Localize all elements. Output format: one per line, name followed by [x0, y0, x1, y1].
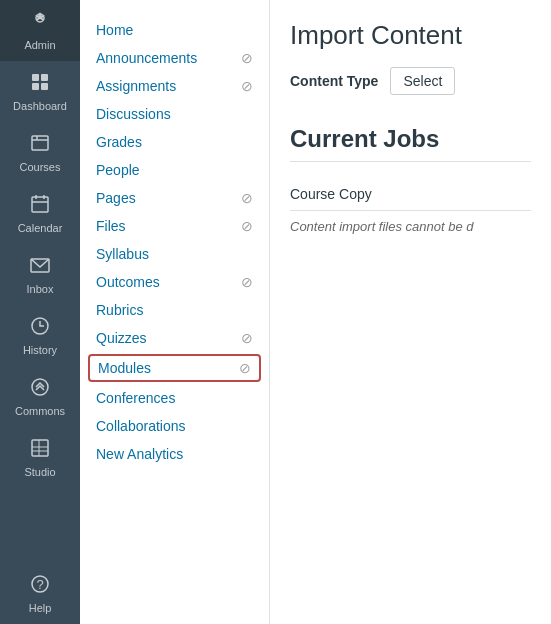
syllabus-link[interactable]: Syllabus — [96, 246, 149, 262]
dashboard-icon — [29, 71, 51, 96]
sidebar-menu: Home Announcements ⊘ Assignments ⊘ Discu… — [80, 0, 270, 624]
commons-icon — [29, 376, 51, 401]
conferences-link[interactable]: Conferences — [96, 390, 175, 406]
sidebar-item-quizzes[interactable]: Quizzes ⊘ — [80, 324, 269, 352]
studio-icon — [29, 437, 51, 462]
announcements-visibility-icon: ⊘ — [241, 50, 253, 66]
studio-label: Studio — [24, 466, 55, 478]
admin-icon — [29, 10, 51, 35]
sidebar-item-assignments[interactable]: Assignments ⊘ — [80, 72, 269, 100]
admin-label: Admin — [24, 39, 55, 51]
files-link[interactable]: Files — [96, 218, 126, 234]
svg-rect-3 — [32, 83, 39, 90]
sidebar-item-collaborations[interactable]: Collaborations — [80, 412, 269, 440]
home-link[interactable]: Home — [96, 22, 133, 38]
inbox-label: Inbox — [27, 283, 54, 295]
inbox-icon — [29, 254, 51, 279]
nav-item-help[interactable]: ? Help — [0, 563, 80, 624]
outcomes-visibility-icon: ⊘ — [241, 274, 253, 290]
nav-item-commons[interactable]: Commons — [0, 366, 80, 427]
assignments-link[interactable]: Assignments — [96, 78, 176, 94]
help-label: Help — [29, 602, 52, 614]
help-icon: ? — [29, 573, 51, 598]
sidebar-item-announcements[interactable]: Announcements ⊘ — [80, 44, 269, 72]
svg-rect-2 — [41, 74, 48, 81]
modules-link[interactable]: Modules — [98, 360, 151, 376]
outcomes-link[interactable]: Outcomes — [96, 274, 160, 290]
files-visibility-icon: ⊘ — [241, 218, 253, 234]
courses-icon — [29, 132, 51, 157]
current-jobs-title: Current Jobs — [290, 125, 531, 162]
history-icon — [29, 315, 51, 340]
sidebar-item-rubrics[interactable]: Rubrics — [80, 296, 269, 324]
pages-visibility-icon: ⊘ — [241, 190, 253, 206]
select-button[interactable]: Select — [390, 67, 455, 95]
job-row-label: Course Copy — [290, 186, 372, 202]
calendar-icon — [29, 193, 51, 218]
announcements-link[interactable]: Announcements — [96, 50, 197, 66]
sidebar-item-people[interactable]: People — [80, 156, 269, 184]
svg-rect-8 — [32, 197, 48, 212]
pages-link[interactable]: Pages — [96, 190, 136, 206]
history-label: History — [23, 344, 57, 356]
svg-rect-4 — [41, 83, 48, 90]
people-link[interactable]: People — [96, 162, 140, 178]
sidebar-item-files[interactable]: Files ⊘ — [80, 212, 269, 240]
content-type-row: Content Type Select — [290, 67, 531, 95]
job-row-course-copy: Course Copy — [290, 178, 531, 211]
svg-text:?: ? — [36, 577, 43, 592]
nav-item-studio[interactable]: Studio — [0, 427, 80, 488]
sidebar-item-syllabus[interactable]: Syllabus — [80, 240, 269, 268]
main-content: Import Content Content Type Select Curre… — [270, 0, 551, 624]
sidebar-item-conferences[interactable]: Conferences — [80, 384, 269, 412]
svg-rect-1 — [32, 74, 39, 81]
modules-visibility-icon: ⊘ — [239, 360, 251, 376]
courses-label: Courses — [20, 161, 61, 173]
sidebar-item-grades[interactable]: Grades — [80, 128, 269, 156]
sidebar-item-pages[interactable]: Pages ⊘ — [80, 184, 269, 212]
commons-label: Commons — [15, 405, 65, 417]
nav-item-dashboard[interactable]: Dashboard — [0, 61, 80, 122]
nav-item-history[interactable]: History — [0, 305, 80, 366]
sidebar-item-modules[interactable]: Modules ⊘ — [88, 354, 261, 382]
job-note: Content import files cannot be d — [290, 219, 531, 234]
page-title: Import Content — [290, 20, 531, 51]
nav-item-inbox[interactable]: Inbox — [0, 244, 80, 305]
discussions-link[interactable]: Discussions — [96, 106, 171, 122]
nav-item-courses[interactable]: Courses — [0, 122, 80, 183]
sidebar-item-home[interactable]: Home — [80, 16, 269, 44]
svg-rect-5 — [32, 136, 48, 150]
quizzes-visibility-icon: ⊘ — [241, 330, 253, 346]
left-navigation: Admin Dashboard Courses — [0, 0, 80, 624]
sidebar-item-discussions[interactable]: Discussions — [80, 100, 269, 128]
calendar-label: Calendar — [18, 222, 63, 234]
sidebar-item-new-analytics[interactable]: New Analytics — [80, 440, 269, 468]
assignments-visibility-icon: ⊘ — [241, 78, 253, 94]
nav-item-calendar[interactable]: Calendar — [0, 183, 80, 244]
nav-item-admin[interactable]: Admin — [0, 0, 80, 61]
quizzes-link[interactable]: Quizzes — [96, 330, 147, 346]
new-analytics-link[interactable]: New Analytics — [96, 446, 183, 462]
content-type-label: Content Type — [290, 73, 378, 89]
rubrics-link[interactable]: Rubrics — [96, 302, 143, 318]
dashboard-label: Dashboard — [13, 100, 67, 112]
collaborations-link[interactable]: Collaborations — [96, 418, 186, 434]
grades-link[interactable]: Grades — [96, 134, 142, 150]
svg-rect-15 — [32, 440, 48, 456]
sidebar-item-outcomes[interactable]: Outcomes ⊘ — [80, 268, 269, 296]
